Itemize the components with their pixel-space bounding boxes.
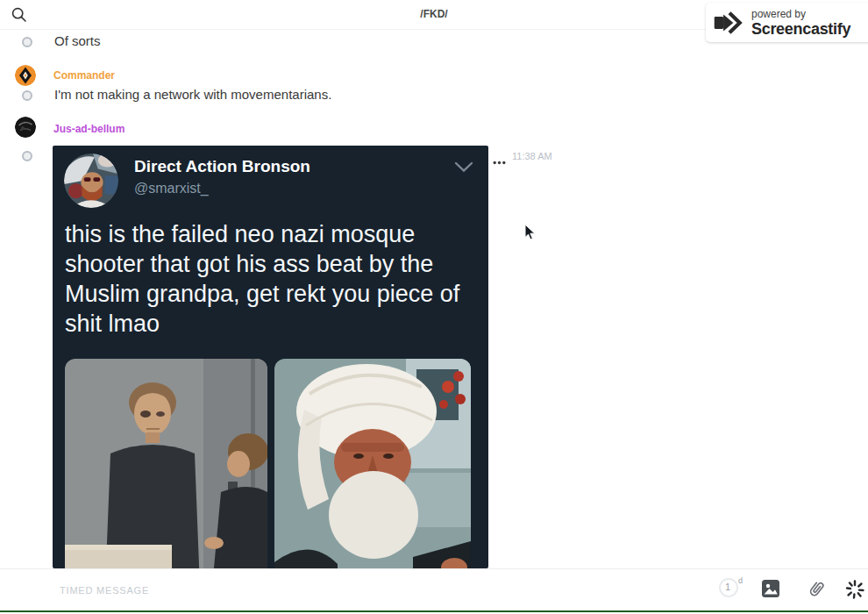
avatar[interactable] xyxy=(15,117,36,138)
timed-message-indicator xyxy=(22,90,32,101)
tweet-author-avatar xyxy=(64,154,118,208)
screencastify-watermark: powered by Screencastify xyxy=(706,3,868,42)
mouse-cursor xyxy=(524,224,536,244)
watermark-brand: Screencastify xyxy=(751,21,850,37)
watermark-powered-by: powered by xyxy=(751,9,850,19)
tweet-photo-left xyxy=(65,359,267,568)
chat-window: /FKD/ powered by Screencastify Of sorts xyxy=(0,0,868,614)
paperclip-icon[interactable] xyxy=(807,579,826,598)
photo-icon[interactable] xyxy=(761,579,780,598)
recording-accent-line xyxy=(0,610,868,612)
screencastify-logo-icon xyxy=(713,9,746,37)
timer-unit: d xyxy=(738,576,743,585)
tweet-photo-right xyxy=(274,359,471,568)
username-jus-ad-bellum[interactable]: Jus-ad-bellum xyxy=(53,123,125,135)
chevron-down-icon[interactable] xyxy=(454,161,473,176)
tweet-image-attachment[interactable]: Direct Action Bronson @smarxist_ this is… xyxy=(53,146,488,568)
tweet-author-handle: @smarxist_ xyxy=(134,181,209,196)
message-text: I'm not making a network with movementar… xyxy=(54,87,331,102)
tweet-author-name: Direct Action Bronson xyxy=(134,157,310,176)
tweet-body-text: this is the failed neo nazi mosque shoot… xyxy=(65,219,480,339)
timed-message-indicator xyxy=(22,151,32,161)
burst-spinner-icon xyxy=(844,579,864,598)
timer-badge[interactable]: 1 d xyxy=(719,578,738,597)
message-text: Of sorts xyxy=(54,33,101,48)
timed-message-indicator xyxy=(22,37,32,47)
avatar[interactable] xyxy=(15,65,36,86)
composer-bar: 1 d xyxy=(0,568,868,611)
message-timestamp: 11:38 AM xyxy=(512,151,552,161)
username-commander[interactable]: Commander xyxy=(53,69,115,82)
timer-value: 1 xyxy=(721,582,735,592)
message-input[interactable] xyxy=(58,578,587,603)
dots-menu-icon[interactable] xyxy=(493,153,506,168)
